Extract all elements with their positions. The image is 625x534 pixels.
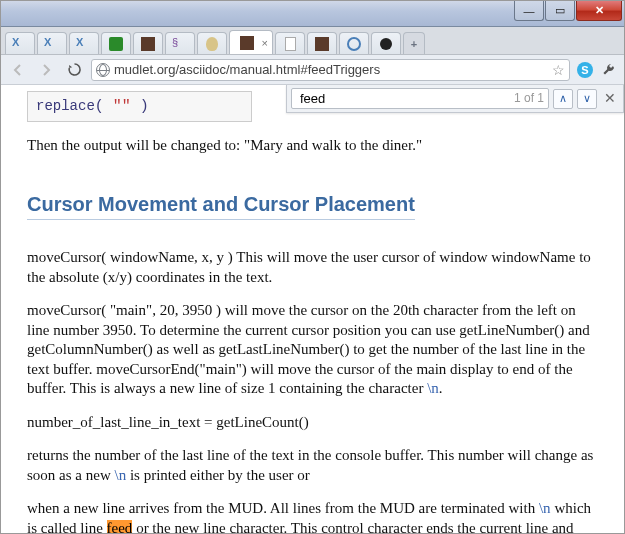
- toolbar: mudlet.org/asciidoc/manual.html#feedTrig…: [1, 55, 624, 85]
- text-segment: is printed either by the user or: [126, 467, 310, 483]
- x-icon: X: [12, 36, 28, 52]
- escape-char: \n: [427, 380, 439, 396]
- texture-icon: [240, 36, 254, 50]
- getlinecount-description: returns the number of the last line of t…: [27, 446, 598, 485]
- smiley-icon: [109, 37, 123, 51]
- forward-button[interactable]: [35, 59, 57, 81]
- tab-0[interactable]: X: [5, 32, 35, 54]
- globe-icon: [96, 63, 110, 77]
- text-segment: returns the number of the last line of t…: [27, 447, 593, 483]
- tab-6[interactable]: [197, 32, 227, 54]
- find-highlight: feed: [107, 520, 133, 535]
- text-segment: when a new line arrives from the MUD. Al…: [27, 500, 539, 516]
- texture-icon: [315, 37, 329, 51]
- getlinecount-snippet: number_of_last_line_in_text = getLineCou…: [27, 413, 598, 433]
- back-button[interactable]: [7, 59, 29, 81]
- movecursor-description: moveCursor( windowName, x, y ) This will…: [27, 248, 598, 287]
- code-fn: replace: [36, 98, 95, 114]
- x-icon: X: [76, 36, 92, 52]
- tab-5[interactable]: §: [165, 32, 195, 54]
- close-button[interactable]: ✕: [576, 1, 622, 21]
- skype-extension-icon[interactable]: S: [576, 61, 594, 79]
- window-controls: — ▭ ✕: [514, 1, 622, 21]
- page-content: 1 of 1 ∧ ∨ ✕ replace( "" ) Then the outp…: [1, 85, 624, 534]
- tab-8[interactable]: [275, 32, 305, 54]
- tab-1[interactable]: X: [37, 32, 67, 54]
- find-input[interactable]: [296, 89, 508, 108]
- find-prev-button[interactable]: ∧: [553, 89, 573, 109]
- linefeed-description: when a new line arrives from the MUD. Al…: [27, 499, 598, 534]
- output-line: Then the output will be changed to: "Mar…: [27, 136, 598, 156]
- find-in-page-bar: 1 of 1 ∧ ∨ ✕: [286, 85, 624, 113]
- escape-char: \n: [114, 467, 126, 483]
- document-icon: [285, 37, 296, 51]
- movecursor-example: moveCursor( "main", 20, 3950 ) will move…: [27, 301, 598, 399]
- window-titlebar: — ▭ ✕: [1, 1, 624, 27]
- find-input-wrapper: 1 of 1: [291, 88, 549, 109]
- x-icon: X: [44, 36, 60, 52]
- text-segment: moveCursor( "main", 20, 3950 ) will move…: [27, 302, 590, 396]
- tab-4[interactable]: [133, 32, 163, 54]
- wrench-menu-icon[interactable]: [600, 61, 618, 79]
- escape-char: \n: [539, 500, 551, 516]
- code-open: (: [95, 98, 104, 115]
- seahorse-icon: §: [172, 36, 188, 52]
- address-bar[interactable]: mudlet.org/asciidoc/manual.html#feedTrig…: [91, 59, 570, 81]
- code-snippet: replace( "" ): [27, 91, 252, 122]
- new-tab-button[interactable]: +: [403, 32, 425, 54]
- url-text: mudlet.org/asciidoc/manual.html#feedTrig…: [114, 62, 548, 77]
- reload-button[interactable]: [63, 59, 85, 81]
- tab-10[interactable]: [339, 32, 369, 54]
- bookmark-star-icon[interactable]: ☆: [552, 62, 565, 78]
- circle-up-icon: [347, 37, 361, 51]
- code-str: "": [104, 98, 140, 115]
- tab-9[interactable]: [307, 32, 337, 54]
- text-segment: .: [439, 380, 443, 396]
- bomb-icon: [380, 38, 392, 50]
- find-close-button[interactable]: ✕: [601, 90, 619, 108]
- egg-icon: [206, 37, 218, 51]
- tab-3[interactable]: [101, 32, 131, 54]
- section-heading: Cursor Movement and Cursor Placement: [27, 191, 415, 220]
- tab-strip: X X X § +: [1, 27, 624, 55]
- find-count: 1 of 1: [508, 91, 544, 107]
- texture-icon: [141, 37, 155, 51]
- tab-11[interactable]: [371, 32, 401, 54]
- tab-2[interactable]: X: [69, 32, 99, 54]
- maximize-button[interactable]: ▭: [545, 1, 575, 21]
- tab-active[interactable]: [229, 30, 273, 54]
- minimize-button[interactable]: —: [514, 1, 544, 21]
- find-next-button[interactable]: ∨: [577, 89, 597, 109]
- code-close: ): [140, 98, 149, 115]
